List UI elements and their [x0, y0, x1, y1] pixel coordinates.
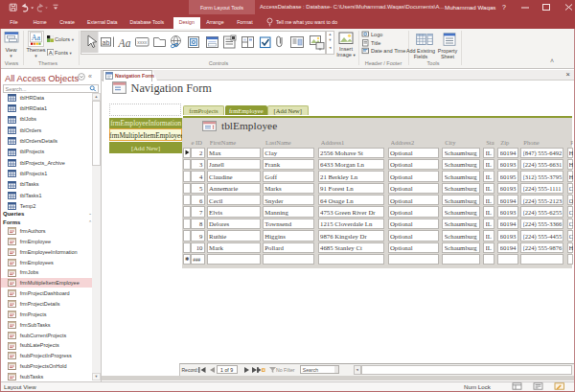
svg-text:A: A — [48, 50, 52, 56]
svg-text:Aa: Aa — [118, 37, 131, 49]
svg-text:Aa: Aa — [32, 33, 41, 41]
svg-text:ab: ab — [103, 39, 110, 46]
svg-text:xxxx: xxxx — [137, 39, 148, 45]
